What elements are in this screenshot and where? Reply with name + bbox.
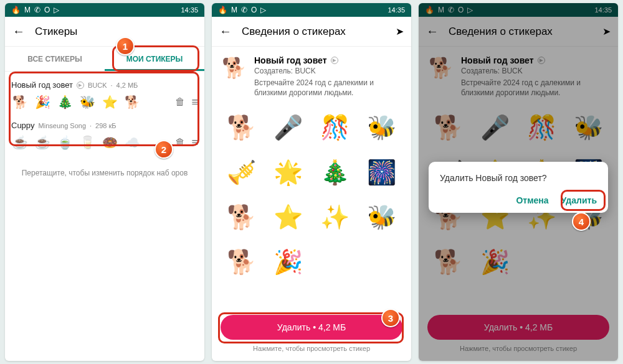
drag-handle-icon[interactable]: ≡ (191, 96, 198, 109)
back-icon[interactable]: ← (219, 24, 232, 39)
sticker[interactable]: 🐕 (222, 198, 261, 236)
sticker[interactable]: 🎊 (315, 109, 354, 146)
step-marker: 4 (572, 212, 591, 231)
sticker[interactable]: 🐝 (362, 109, 401, 146)
sticker[interactable]: 🎄 (315, 154, 354, 191)
sticker[interactable]: 🐕 (222, 243, 261, 281)
pack-header: 🐕 Новый год зовет ▶ Создатель: BUCK Встр… (212, 47, 411, 104)
pack-item[interactable]: Новый год зовет ▶ BUCK · 4,2 МБ 🐕🎉🎄 🐝⭐🐕 … (11, 77, 198, 117)
share-icon[interactable]: ➤ (396, 26, 404, 37)
sticker-grid: 🐕 🎤 🎊 🐝 🎺 🌟 🎄 🎆 🐕 ⭐ ✨ 🐝 🐕 🎉 (212, 104, 411, 286)
pack-list: Новый год зовет ▶ BUCK · 4,2 МБ 🐕🎉🎄 🐝⭐🐕 … (5, 72, 204, 182)
status-bar: 🔥M✆O▷ 14:35 (5, 3, 204, 17)
reorder-hint: Перетащите, чтобы изменить порядок наб о… (11, 169, 198, 177)
app-bar: ← Стикеры (5, 17, 204, 47)
pack-thumbs: 🐕🎉🎄 🐝⭐🐕 (11, 93, 169, 111)
sticker[interactable]: 🐕 (222, 109, 261, 146)
pack-creator: Создатель: BUCK (254, 67, 401, 75)
pack-author: BUCK (88, 82, 107, 89)
screen-stickers-list: 🔥M✆O▷ 14:35 ← Стикеры ВСЕ СТИКЕРЫ МОИ СТ… (5, 3, 204, 361)
play-icon: ▶ (77, 82, 84, 89)
pack-thumbs: ☕☕🍵 🥛🍩☁️ (11, 134, 169, 151)
pack-size: 298 кБ (95, 122, 116, 129)
delete-icon[interactable]: 🗑 (175, 96, 185, 108)
confirm-delete-button[interactable]: Удалить (561, 195, 597, 205)
drag-handle-icon[interactable]: ≡ (191, 136, 198, 149)
pack-size: 4,2 МБ (117, 82, 138, 89)
sticker[interactable]: 🐝 (362, 198, 401, 236)
pack-author: Minseung Song (39, 122, 86, 129)
back-icon[interactable]: ← (12, 24, 25, 39)
status-time: 14:35 (388, 6, 405, 14)
tabs: ВСЕ СТИКЕРЫ МОИ СТИКЕРЫ (5, 47, 204, 72)
delete-button[interactable]: Удалить • 4,2 МБ (221, 315, 402, 340)
pack-name: Cuppy (11, 121, 35, 130)
sticker[interactable]: 🎉 (269, 243, 308, 281)
play-icon: ▶ (331, 57, 338, 64)
pack-name: Новый год зовет (11, 80, 73, 90)
sticker[interactable]: 🌟 (269, 154, 308, 191)
pack-icon: 🐕 (222, 55, 247, 80)
screen-sticker-detail: 🔥M✆O▷ 14:35 ← Сведения о стикерах ➤ 🐕 Но… (212, 3, 411, 361)
app-bar: ← Сведения о стикерах ➤ (212, 17, 411, 47)
pack-description: Встречайте 2024 год с далекими и близким… (254, 78, 401, 98)
sticker[interactable]: ⭐ (269, 198, 308, 236)
status-time: 14:35 (181, 6, 198, 14)
status-icons: 🔥M✆O▷ (11, 6, 59, 14)
delete-icon[interactable]: 🗑 (175, 137, 185, 148)
step-marker: 2 (155, 140, 173, 159)
tap-hint: Нажмите, чтобы просмотреть стикер (221, 345, 402, 352)
confirm-dialog: Удалить Новый год зовет? Отмена Удалить (429, 162, 608, 213)
status-bar: 🔥M✆O▷ 14:35 (212, 3, 411, 17)
sticker[interactable]: 🎆 (362, 154, 401, 191)
tab-all-stickers[interactable]: ВСЕ СТИКЕРЫ (5, 47, 105, 71)
cancel-button[interactable]: Отмена (516, 195, 548, 205)
sticker[interactable]: 🎤 (269, 109, 308, 146)
step-marker: 1 (116, 37, 135, 55)
pack-name: Новый год зовет (254, 55, 327, 65)
step-marker: 3 (381, 309, 400, 327)
dialog-message: Удалить Новый год зовет? (440, 173, 597, 183)
sticker[interactable]: ✨ (315, 198, 354, 236)
page-title: Сведения о стикерах (242, 26, 386, 38)
sticker[interactable]: 🎺 (222, 154, 261, 191)
screen-delete-dialog: 🔥M✆O▷ 14:35 ← Сведения о стикерах ➤ 🐕 Но… (419, 3, 618, 361)
page-title: Стикеры (35, 26, 197, 38)
